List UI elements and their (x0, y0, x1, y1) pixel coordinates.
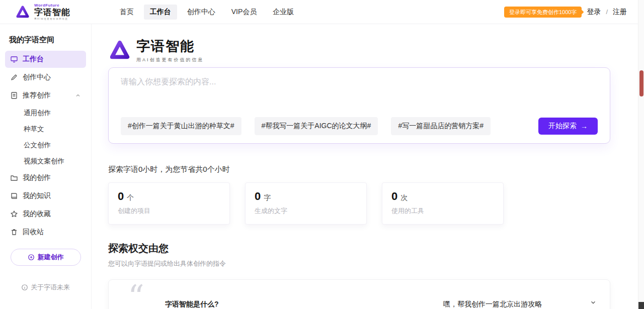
arrow-right-icon: → (581, 122, 588, 130)
promo-badge[interactable]: 登录即可享免费创作1000字 (504, 7, 582, 18)
explore-section-title: 探索权交由您 (108, 242, 610, 255)
chevron-down-icon[interactable] (590, 299, 597, 306)
nav-item-workspace[interactable]: 工作台 (144, 5, 177, 20)
hero-title: 字语智能 (136, 37, 204, 55)
plus-circle-icon (28, 254, 35, 261)
stat-value: 0 (118, 190, 124, 202)
search-input[interactable] (121, 77, 598, 117)
page-scrollbar[interactable] (638, 0, 644, 309)
nav-item-home[interactable]: 首页 (114, 5, 140, 20)
suggestion-chip-dessert[interactable]: #写一篇甜品店的营销方案# (391, 117, 491, 135)
qa-prompt[interactable]: 嘿，帮我创作一篇北京出游攻略 (443, 300, 542, 309)
stats-summary: 探索字语0小时，为您节省共0个小时 (108, 165, 610, 174)
brand-logo[interactable]: WordFuture 字语智能 用AI创造更有价值的信息 (0, 4, 94, 20)
new-creation-button[interactable]: 新建创作 (11, 249, 81, 266)
sidebar-subitem-general[interactable]: 通用创作 (5, 105, 86, 121)
start-explore-label: 开始探索 (548, 122, 577, 131)
sidebar-subitem-seeding[interactable]: 种草文 (5, 121, 86, 137)
qa-question[interactable]: 字语智能是什么? (165, 300, 219, 309)
stat-card-tools: 0次 使用的工具 (382, 182, 504, 225)
qa-card: “ 字语智能是什么? 嘿，帮我创作一篇北京出游攻略 (108, 279, 610, 309)
sidebar-item-workspace[interactable]: 工作台 (5, 51, 86, 68)
stat-value: 0 (391, 190, 397, 202)
explore-section-subtitle: 您可以向字语提问或给出具体创作的指令 (108, 259, 610, 268)
sidebar-title: 我的字语空间 (5, 32, 86, 51)
suggestion-chip-aigc[interactable]: #帮我写一篇关于AIGC的论文大纲# (255, 117, 378, 135)
sidebar-item-label: 回收站 (23, 228, 44, 237)
sidebar-item-label: 我的创作 (23, 173, 51, 182)
sidebar-item-my-creations[interactable]: 我的创作 (5, 169, 86, 186)
stat-label: 使用的工具 (391, 207, 494, 216)
sidebar-subitem-video-copy[interactable]: 视频文案创作 (5, 153, 86, 169)
info-circle-icon (21, 284, 28, 291)
monitor-icon (10, 55, 18, 63)
search-card: #创作一篇关于黄山出游的种草文# #帮我写一篇关于AIGC的论文大纲# #写一篇… (108, 67, 610, 144)
chevron-up-icon[interactable] (75, 92, 81, 98)
sidebar-item-label: 我的知识 (23, 191, 51, 200)
stat-label: 生成的文字 (255, 207, 357, 216)
brand-wordmark: 字语智能 (34, 8, 79, 17)
pen-icon (10, 73, 18, 81)
nav-menu: 首页 工作台 创作中心 VIP会员 企业版 (114, 5, 300, 20)
sidebar-item-label: 创作中心 (23, 73, 51, 82)
register-link[interactable]: 注册 (613, 8, 627, 17)
hero-logo: 字语智能 用AI创造更有价值的信息 (108, 37, 610, 63)
main-content: 字语智能 用AI创造更有价值的信息 #创作一篇关于黄山出游的种草文# #帮我写一… (92, 24, 638, 309)
nav-item-enterprise[interactable]: 企业版 (267, 5, 300, 20)
stat-label: 创建的项目 (118, 207, 220, 216)
suggestion-chip-huangshan[interactable]: #创作一篇关于黄山出游的种草文# (121, 117, 242, 135)
sidebar-item-creation-center[interactable]: 创作中心 (5, 69, 86, 86)
scrollbar-corner (638, 302, 644, 309)
stat-card-words: 0字 生成的文字 (245, 182, 367, 225)
sidebar-item-recommended[interactable]: 推荐创作 (5, 87, 86, 104)
stat-value: 0 (255, 190, 261, 202)
hero-tagline: 用AI创造更有价值的信息 (136, 57, 204, 63)
book-icon (10, 192, 18, 200)
nav-item-vip[interactable]: VIP会员 (225, 5, 263, 20)
sidebar-item-label: 我的收藏 (23, 210, 51, 219)
login-separator: / (606, 8, 608, 16)
top-navbar: WordFuture 字语智能 用AI创造更有价值的信息 首页 工作台 创作中心… (0, 0, 644, 24)
document-icon (10, 91, 18, 99)
scrollbar-thumb[interactable] (639, 70, 643, 96)
quote-icon: “ (128, 281, 144, 309)
stat-unit: 个 (127, 193, 134, 201)
stat-unit: 次 (400, 193, 408, 201)
sidebar-item-label: 工作台 (23, 55, 44, 64)
brand-tagline: 用AI创造更有价值的信息 (34, 18, 68, 20)
new-creation-label: 新建创作 (38, 253, 64, 262)
sidebar-subitem-official[interactable]: 公文创作 (5, 137, 86, 153)
hero-triangle-icon (108, 39, 131, 62)
brand-triangle-icon (15, 5, 30, 20)
about-label: 关于字语未来 (31, 283, 70, 292)
stat-card-projects: 0个 创建的项目 (108, 182, 230, 225)
star-icon (10, 210, 18, 218)
sidebar-item-recycle-bin[interactable]: 回收站 (5, 224, 86, 241)
stat-unit: 字 (264, 193, 271, 201)
sidebar-item-label: 推荐创作 (23, 91, 51, 100)
brand-super: WordFuture (34, 4, 79, 8)
sidebar-item-favorites[interactable]: 我的收藏 (5, 205, 86, 223)
sidebar: 我的字语空间 工作台 创作中心 推荐创作 通用创作 种草文 公文创作 视频文案创… (0, 24, 92, 309)
start-explore-button[interactable]: 开始探索 → (538, 118, 598, 135)
about-link[interactable]: 关于字语未来 (0, 283, 91, 292)
folder-icon (10, 174, 18, 182)
sidebar-item-my-knowledge[interactable]: 我的知识 (5, 187, 86, 204)
trash-icon (10, 228, 18, 236)
nav-item-creation-center[interactable]: 创作中心 (181, 5, 221, 20)
login-link[interactable]: 登录 (587, 8, 601, 17)
